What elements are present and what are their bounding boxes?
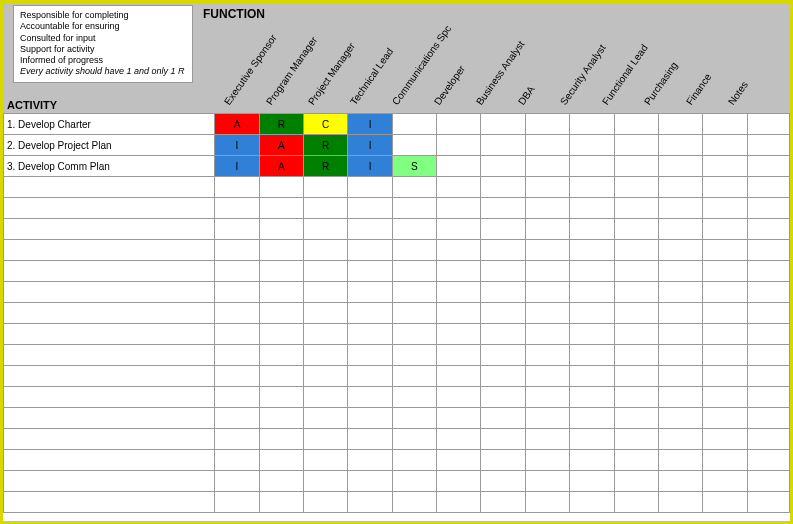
role-cell[interactable] (392, 408, 436, 429)
role-cell[interactable] (658, 114, 702, 135)
role-cell[interactable]: I (348, 156, 392, 177)
role-cell[interactable]: A (259, 156, 303, 177)
role-cell[interactable] (481, 219, 525, 240)
role-cell[interactable] (348, 366, 392, 387)
role-cell[interactable] (259, 219, 303, 240)
role-cell[interactable] (703, 156, 747, 177)
role-cell[interactable] (570, 429, 614, 450)
activity-cell[interactable] (4, 366, 215, 387)
role-cell[interactable] (304, 429, 348, 450)
activity-cell[interactable] (4, 261, 215, 282)
role-cell[interactable] (481, 114, 525, 135)
role-cell[interactable] (348, 282, 392, 303)
notes-cell[interactable] (747, 471, 789, 492)
role-cell[interactable] (614, 198, 658, 219)
role-cell[interactable] (215, 303, 259, 324)
role-cell[interactable] (304, 282, 348, 303)
role-cell[interactable] (437, 114, 481, 135)
role-cell[interactable] (392, 492, 436, 513)
activity-cell[interactable] (4, 471, 215, 492)
role-cell[interactable] (570, 135, 614, 156)
role-cell[interactable] (614, 324, 658, 345)
role-cell[interactable] (392, 114, 436, 135)
activity-cell[interactable] (4, 450, 215, 471)
role-cell[interactable] (658, 303, 702, 324)
role-cell[interactable]: A (215, 114, 259, 135)
role-cell[interactable] (570, 219, 614, 240)
role-cell[interactable] (525, 387, 569, 408)
role-cell[interactable] (703, 429, 747, 450)
activity-cell[interactable] (4, 198, 215, 219)
role-cell[interactable] (570, 450, 614, 471)
role-cell[interactable] (570, 366, 614, 387)
role-cell[interactable] (259, 240, 303, 261)
notes-cell[interactable] (747, 450, 789, 471)
notes-cell[interactable] (747, 303, 789, 324)
role-cell[interactable] (481, 261, 525, 282)
role-cell[interactable] (259, 492, 303, 513)
role-cell[interactable] (481, 345, 525, 366)
role-cell[interactable] (570, 324, 614, 345)
role-cell[interactable] (481, 429, 525, 450)
activity-cell[interactable]: 3. Develop Comm Plan (4, 156, 215, 177)
role-cell[interactable] (703, 135, 747, 156)
role-cell[interactable] (614, 408, 658, 429)
role-cell[interactable] (348, 303, 392, 324)
role-cell[interactable] (658, 429, 702, 450)
role-cell[interactable] (348, 471, 392, 492)
role-cell[interactable] (437, 219, 481, 240)
notes-cell[interactable] (747, 219, 789, 240)
role-cell[interactable] (259, 198, 303, 219)
role-cell[interactable] (215, 450, 259, 471)
role-cell[interactable] (614, 366, 658, 387)
role-cell[interactable] (437, 450, 481, 471)
role-cell[interactable] (392, 198, 436, 219)
role-cell[interactable] (304, 219, 348, 240)
role-cell[interactable] (437, 471, 481, 492)
role-cell[interactable] (614, 387, 658, 408)
role-cell[interactable] (437, 429, 481, 450)
role-cell[interactable] (570, 492, 614, 513)
role-cell[interactable] (304, 387, 348, 408)
role-cell[interactable] (304, 240, 348, 261)
role-cell[interactable]: C (304, 114, 348, 135)
role-cell[interactable] (348, 408, 392, 429)
role-cell[interactable] (259, 282, 303, 303)
role-cell[interactable] (437, 303, 481, 324)
role-cell[interactable] (392, 429, 436, 450)
role-cell[interactable] (259, 429, 303, 450)
role-cell[interactable] (614, 429, 658, 450)
role-cell[interactable] (658, 135, 702, 156)
role-cell[interactable] (703, 492, 747, 513)
role-cell[interactable] (348, 450, 392, 471)
role-cell[interactable]: R (304, 156, 348, 177)
role-cell[interactable] (481, 303, 525, 324)
notes-cell[interactable] (747, 408, 789, 429)
notes-cell[interactable] (747, 240, 789, 261)
notes-cell[interactable] (747, 429, 789, 450)
role-cell[interactable] (437, 324, 481, 345)
role-cell[interactable] (304, 345, 348, 366)
role-cell[interactable] (215, 177, 259, 198)
activity-cell[interactable] (4, 303, 215, 324)
role-cell[interactable] (215, 471, 259, 492)
role-cell[interactable] (437, 282, 481, 303)
role-cell[interactable] (481, 282, 525, 303)
role-cell[interactable] (215, 387, 259, 408)
role-cell[interactable] (348, 177, 392, 198)
role-cell[interactable] (525, 345, 569, 366)
role-cell[interactable] (304, 471, 348, 492)
role-cell[interactable]: I (348, 114, 392, 135)
role-cell[interactable] (437, 261, 481, 282)
role-cell[interactable] (658, 387, 702, 408)
role-cell[interactable] (259, 261, 303, 282)
role-cell[interactable] (392, 387, 436, 408)
role-cell[interactable] (658, 261, 702, 282)
role-cell[interactable] (614, 282, 658, 303)
role-cell[interactable] (703, 114, 747, 135)
role-cell[interactable] (215, 261, 259, 282)
role-cell[interactable] (703, 177, 747, 198)
role-cell[interactable] (658, 177, 702, 198)
notes-cell[interactable] (747, 156, 789, 177)
role-cell[interactable] (348, 324, 392, 345)
